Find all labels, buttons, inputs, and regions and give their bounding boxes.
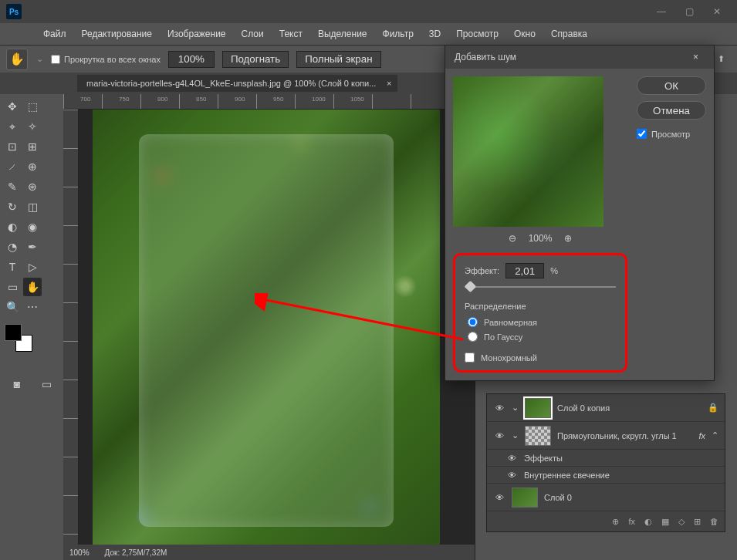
ruler-mark: 950 bbox=[273, 96, 283, 103]
color-swatches[interactable] bbox=[5, 324, 32, 352]
cancel-button[interactable]: Отмена bbox=[637, 101, 706, 120]
more-tool[interactable]: ⋯ bbox=[23, 298, 42, 316]
eyedropper-tool[interactable]: ⟋ bbox=[3, 157, 22, 176]
menu-layers[interactable]: Слои bbox=[235, 25, 270, 42]
effect-input[interactable] bbox=[505, 263, 544, 278]
fx-icon[interactable]: fx bbox=[628, 517, 635, 526]
layer-row[interactable]: 👁 ⌄ Прямоугольник, скругл. углы 1 fx ⌃ bbox=[487, 422, 725, 450]
menu-view[interactable]: Просмотр bbox=[450, 25, 505, 42]
dialog-titlebar[interactable]: Добавить шум × bbox=[445, 46, 714, 69]
expand-icon[interactable]: ⌄ bbox=[512, 430, 519, 440]
visibility-icon[interactable]: 👁 bbox=[493, 493, 505, 502]
hand-tool[interactable]: ✋ bbox=[23, 278, 42, 296]
type-tool[interactable]: T bbox=[3, 258, 22, 276]
visibility-icon[interactable]: 👁 bbox=[493, 403, 505, 413]
minimize-button[interactable]: ― bbox=[647, 0, 675, 23]
close-button[interactable]: ✕ bbox=[703, 0, 731, 23]
hand-tool-indicator[interactable]: ✋ bbox=[6, 49, 28, 70]
brush-tool[interactable]: ✎ bbox=[3, 177, 22, 196]
zoom-out-icon[interactable]: ⊖ bbox=[509, 233, 516, 244]
document-tab[interactable]: maria-victoria-portelles-g4L4OL_KkeE-uns… bbox=[77, 75, 397, 92]
frame-tool[interactable]: ⊞ bbox=[23, 137, 42, 156]
layer-row[interactable]: 👁 ⌄ Слой 0 копия 🔒 bbox=[487, 394, 725, 422]
history-brush-tool[interactable]: ↻ bbox=[3, 197, 22, 216]
layer-name[interactable]: Слой 0 bbox=[544, 493, 718, 502]
delete-layer-icon[interactable]: 🗑 bbox=[710, 517, 718, 526]
menu-file[interactable]: Файл bbox=[37, 25, 73, 42]
eraser-tool[interactable]: ◫ bbox=[23, 197, 42, 216]
visibility-icon[interactable]: 👁 bbox=[505, 454, 518, 463]
canvas[interactable] bbox=[93, 110, 475, 545]
layer-thumb[interactable] bbox=[525, 426, 551, 446]
layer-thumb[interactable] bbox=[512, 487, 538, 508]
lasso-tool[interactable]: ⌖ bbox=[3, 117, 22, 136]
layer-name[interactable]: Слой 0 копия bbox=[557, 403, 702, 413]
zoom-tool[interactable]: 🔍 bbox=[3, 298, 22, 316]
menu-select[interactable]: Выделение bbox=[312, 25, 374, 42]
dialog-close-icon[interactable]: × bbox=[687, 49, 705, 66]
zoom-input[interactable] bbox=[168, 51, 215, 68]
mono-checkbox[interactable]: Монохромный bbox=[465, 353, 616, 363]
menu-window[interactable]: Окно bbox=[508, 25, 542, 42]
noise-preview[interactable] bbox=[453, 76, 603, 227]
gradient-tool[interactable]: ◐ bbox=[3, 218, 22, 236]
lock-icon[interactable]: 🔒 bbox=[708, 403, 718, 413]
menu-filter[interactable]: Фильтр bbox=[377, 25, 420, 42]
gauss-radio[interactable]: По Гауссу bbox=[465, 332, 616, 342]
mask-icon[interactable]: ◐ bbox=[644, 517, 652, 527]
layer-thumb[interactable] bbox=[525, 398, 551, 418]
tool-preset-dropdown[interactable]: ⌄ bbox=[35, 54, 43, 64]
status-zoom[interactable]: 100% bbox=[69, 548, 90, 557]
visibility-icon[interactable]: 👁 bbox=[493, 431, 505, 440]
path-tool[interactable]: ▷ bbox=[23, 258, 42, 276]
pen-tool[interactable]: ✒ bbox=[23, 238, 42, 256]
visibility-icon[interactable]: 👁 bbox=[505, 471, 518, 480]
dialog-title: Добавить шум bbox=[455, 52, 516, 62]
adjustment-icon[interactable]: ▦ bbox=[661, 517, 669, 527]
menu-edit[interactable]: Редактирование bbox=[76, 25, 158, 42]
fx-badge[interactable]: fx bbox=[698, 431, 705, 440]
menu-3d[interactable]: 3D bbox=[423, 25, 447, 42]
statusbar: 100% Док: 2,75M/7,32M bbox=[63, 545, 475, 560]
heal-tool[interactable]: ⊕ bbox=[23, 157, 42, 176]
blur-tool[interactable]: ◉ bbox=[23, 218, 42, 236]
ruler-mark: 1050 bbox=[350, 96, 364, 103]
menu-image[interactable]: Изображение bbox=[161, 25, 232, 42]
ruler-horizontal[interactable]: 700 750 800 850 900 950 1000 1050 bbox=[63, 94, 475, 110]
tab-close-icon[interactable]: × bbox=[387, 79, 391, 88]
menu-help[interactable]: Справка bbox=[545, 25, 593, 42]
effect-slider[interactable] bbox=[465, 286, 616, 288]
collapse-icon[interactable]: ⌃ bbox=[712, 430, 718, 440]
dodge-tool[interactable]: ◔ bbox=[3, 238, 22, 256]
link-layers-icon[interactable]: ⊕ bbox=[612, 517, 619, 527]
layer-fx-item[interactable]: 👁 Внутреннее свечение bbox=[487, 467, 725, 484]
crop-tool[interactable]: ⊡ bbox=[3, 137, 22, 156]
fit-button[interactable]: Подогнать bbox=[222, 51, 289, 68]
marquee-tool[interactable]: ⬚ bbox=[23, 97, 42, 116]
wand-tool[interactable]: ✧ bbox=[23, 117, 42, 136]
link-icon[interactable]: ⌄ bbox=[512, 403, 519, 413]
layer-row[interactable]: 👁 Слой 0 bbox=[487, 484, 725, 511]
scroll-all-checkbox[interactable]: Прокрутка во всех окнах bbox=[51, 55, 161, 64]
effect-unit: % bbox=[550, 266, 558, 275]
fg-color[interactable] bbox=[5, 324, 22, 341]
layer-fx-row[interactable]: 👁 Эффекты bbox=[487, 450, 725, 467]
menu-text[interactable]: Текст bbox=[273, 25, 309, 42]
slider-thumb[interactable] bbox=[465, 281, 477, 293]
move-tool[interactable]: ✥ bbox=[3, 97, 22, 116]
zoom-in-icon[interactable]: ⊕ bbox=[564, 233, 572, 244]
screenmode-tool[interactable]: ▭ bbox=[37, 375, 56, 393]
ok-button[interactable]: ОК bbox=[637, 76, 706, 95]
group-icon[interactable]: ◇ bbox=[678, 517, 685, 527]
maximize-button[interactable]: ▢ bbox=[675, 0, 703, 23]
tab-label: maria-victoria-portelles-g4L4OL_KkeE-uns… bbox=[86, 79, 376, 88]
layer-name[interactable]: Прямоугольник, скругл. углы 1 bbox=[557, 431, 692, 440]
uniform-radio[interactable]: Равномерная bbox=[465, 317, 616, 327]
shape-tool[interactable]: ▭ bbox=[3, 278, 22, 296]
new-layer-icon[interactable]: ⊞ bbox=[694, 517, 701, 527]
preview-checkbox[interactable]: Просмотр bbox=[637, 129, 706, 139]
ruler-vertical[interactable] bbox=[63, 110, 79, 545]
fullscreen-button[interactable]: Полный экран bbox=[296, 51, 380, 68]
stamp-tool[interactable]: ⊛ bbox=[23, 177, 42, 196]
quickmask-tool[interactable]: ◙ bbox=[8, 375, 26, 393]
